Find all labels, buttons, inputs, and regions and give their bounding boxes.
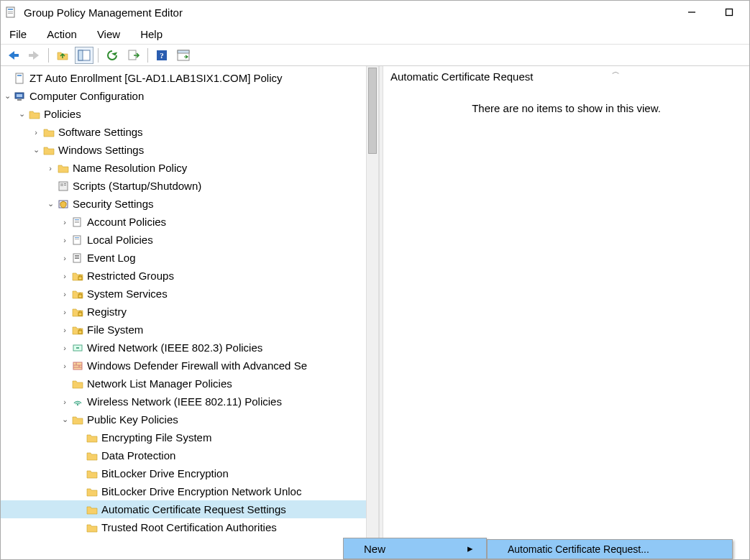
menu-view[interactable]: View: [94, 27, 123, 42]
tree-network-list-manager[interactable]: Network List Manager Policies: [1, 375, 366, 393]
tree-public-key-policies[interactable]: ⌄ Public Key Policies: [1, 410, 366, 428]
app-icon: [5, 6, 18, 19]
tree-wireless-network[interactable]: › Wireless Network (IEEE 802.11) Policie…: [1, 393, 366, 410]
firewall-icon: [71, 359, 84, 372]
tree-label: Computer Configuration: [29, 90, 144, 102]
toolbar-separator: [48, 48, 49, 63]
policy-list-icon: [71, 234, 84, 247]
expand-toggle[interactable]: ›: [60, 308, 70, 316]
tree-software-settings[interactable]: › Software Settings: [1, 123, 366, 141]
tree-root[interactable]: ZT Auto Enrollment [GL-AD1.LAB1SIX1.COM]…: [1, 69, 366, 87]
tree-scripts[interactable]: Scripts (Startup/Shutdown): [1, 177, 366, 195]
tree-bitlocker[interactable]: BitLocker Drive Encryption: [1, 464, 366, 482]
tree-local-policies[interactable]: › Local Policies: [1, 231, 366, 249]
tree-label: Scripts (Startup/Shutdown): [73, 180, 201, 192]
context-new[interactable]: New ▸: [344, 538, 486, 559]
svg-rect-16: [17, 75, 22, 76]
tree-label: Event Log: [87, 252, 136, 264]
tree-system-services[interactable]: › System Services: [1, 285, 366, 303]
tree-policies[interactable]: ⌄ Policies: [1, 105, 366, 123]
svg-rect-21: [60, 183, 63, 186]
policy-list-icon: [71, 216, 84, 229]
menu-action[interactable]: Action: [44, 27, 80, 42]
body: ZT Auto Enrollment [GL-AD1.LAB1SIX1.COM]…: [1, 66, 749, 559]
tree-bitlocker-network-unlock[interactable]: BitLocker Drive Encryption Network Unloc: [1, 482, 366, 500]
tree-label: System Services: [87, 288, 168, 300]
app-window: Group Policy Management Editor File Acti…: [0, 0, 750, 560]
collapse-toggle[interactable]: ⌄: [45, 199, 55, 208]
tree-label: Name Resolution Policy: [73, 162, 187, 174]
svg-rect-28: [75, 222, 79, 223]
properties-button[interactable]: [174, 47, 193, 64]
expand-toggle[interactable]: ›: [60, 236, 70, 244]
help-button[interactable]: ?: [152, 47, 171, 64]
expand-toggle[interactable]: ›: [60, 272, 70, 280]
expand-toggle[interactable]: ›: [45, 164, 55, 173]
expand-toggle[interactable]: ›: [31, 128, 41, 137]
up-button[interactable]: [53, 47, 72, 64]
tree-label: Windows Settings: [58, 144, 144, 156]
expand-toggle[interactable]: ›: [60, 290, 70, 298]
minimize-button[interactable]: [682, 4, 702, 20]
tree-label: Data Protection: [101, 449, 175, 462]
tree-label: File System: [87, 323, 143, 336]
tree-label: Network List Manager Policies: [87, 377, 232, 390]
maximize-button[interactable]: [719, 4, 739, 20]
tree-registry[interactable]: › Registry: [1, 303, 366, 321]
tree-data-protection[interactable]: Data Protection: [1, 446, 366, 464]
menu-file[interactable]: File: [6, 27, 29, 42]
collapse-toggle[interactable]: ⌄: [2, 91, 12, 101]
svg-rect-18: [17, 94, 22, 97]
tree-label: Wired Network (IEEE 802.3) Policies: [87, 341, 262, 354]
scripts-icon: [57, 180, 70, 193]
svg-rect-42: [73, 362, 82, 369]
tree-windows-settings[interactable]: ⌄ Windows Settings: [1, 141, 366, 159]
tree-vertical-scrollbar[interactable]: [366, 66, 379, 559]
context-menu: New ▸: [343, 538, 487, 559]
expand-toggle[interactable]: ›: [60, 218, 70, 226]
collapse-toggle[interactable]: ⌄: [60, 415, 70, 424]
context-acr[interactable]: Automatic Certificate Request...: [488, 540, 732, 559]
menu-help[interactable]: Help: [137, 27, 165, 42]
tree-event-log[interactable]: › Event Log: [1, 249, 366, 267]
svg-rect-27: [75, 221, 79, 221]
submenu-arrow-icon: ▸: [467, 542, 473, 555]
tree: ZT Auto Enrollment [GL-AD1.LAB1SIX1.COM]…: [1, 69, 366, 536]
back-button[interactable]: [4, 47, 22, 64]
expand-toggle[interactable]: ›: [60, 326, 70, 334]
show-hide-tree-button[interactable]: [75, 47, 93, 64]
tree-account-policies[interactable]: › Account Policies: [1, 213, 366, 231]
tree-efs[interactable]: Encrypting File System: [1, 428, 366, 446]
collapse-toggle[interactable]: ⌄: [31, 145, 41, 155]
tree-name-resolution-policy[interactable]: › Name Resolution Policy: [1, 159, 366, 177]
expand-toggle[interactable]: ›: [60, 398, 70, 406]
collapse-toggle[interactable]: ⌄: [17, 109, 27, 119]
export-button[interactable]: [124, 47, 143, 64]
expand-toggle[interactable]: ›: [60, 344, 70, 352]
folder-icon: [71, 377, 84, 390]
svg-rect-31: [75, 239, 79, 239]
window-controls: [682, 4, 745, 20]
forward-button[interactable]: [25, 47, 44, 64]
refresh-button[interactable]: [103, 47, 122, 64]
tree-trusted-root[interactable]: Trusted Root Certification Authorities: [1, 518, 366, 536]
folder-icon: [86, 431, 99, 444]
tree-wired-network[interactable]: › Wired Network (IEEE 802.3) Policies: [1, 339, 366, 357]
tree-acr-settings[interactable]: Automatic Certificate Request Settings: [1, 500, 366, 518]
content-header: ︿ Automatic Certificate Request: [383, 66, 749, 88]
chevron-up-icon[interactable]: ︿: [612, 66, 620, 77]
tree-label: Encrypting File System: [101, 431, 211, 444]
tree-scroll[interactable]: ZT Auto Enrollment [GL-AD1.LAB1SIX1.COM]…: [1, 66, 366, 559]
tree-label: Restricted Groups: [87, 270, 174, 282]
svg-rect-6: [13, 54, 19, 57]
tree-file-system[interactable]: › File System: [1, 321, 366, 339]
expand-toggle[interactable]: ›: [60, 362, 70, 370]
folder-icon: [86, 467, 99, 480]
tree-restricted-groups[interactable]: › Restricted Groups: [1, 267, 366, 285]
scrollbar-thumb[interactable]: [368, 68, 377, 154]
tree-computer-configuration[interactable]: ⌄ Computer Configuration: [1, 87, 366, 105]
tree-defender-firewall[interactable]: › Windows Defender Firewall with Advance…: [1, 357, 366, 375]
tree-security-settings[interactable]: ⌄ Security Settings: [1, 195, 366, 213]
expand-toggle[interactable]: ›: [60, 254, 70, 262]
titlebar: Group Policy Management Editor: [1, 1, 749, 24]
